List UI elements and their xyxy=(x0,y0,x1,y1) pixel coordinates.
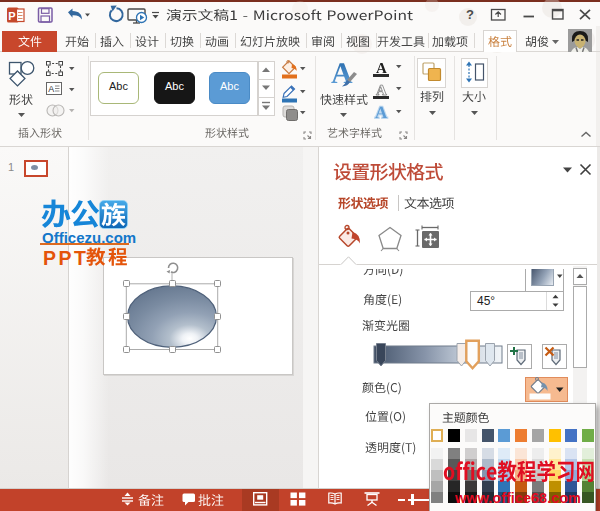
svg-text:P: P xyxy=(8,10,15,22)
svg-text:?: ? xyxy=(466,7,474,22)
svg-text:A: A xyxy=(48,84,54,94)
